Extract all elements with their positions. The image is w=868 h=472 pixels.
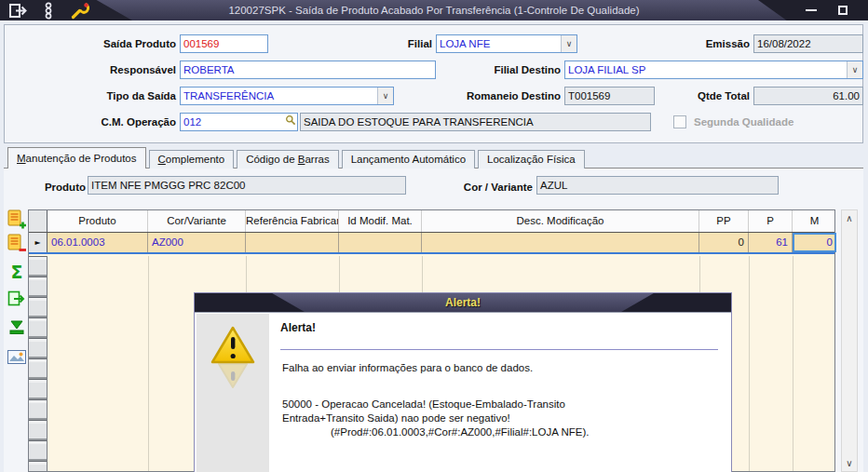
saida-produto-label: Saída Produto bbox=[42, 34, 176, 53]
saida-produto-field[interactable]: 001569 bbox=[180, 34, 268, 53]
alert-dialog: Alerta! bbox=[194, 292, 732, 472]
tab-label: anutenção de Produtos bbox=[26, 153, 137, 164]
maximize-icon bbox=[838, 6, 848, 15]
qtde-total-label: Qtde Total bbox=[657, 87, 750, 105]
qtde-total-field: 61.00 bbox=[753, 87, 863, 105]
responsavel-label: Responsável bbox=[42, 61, 176, 79]
scroll-down-button[interactable]: ∨ bbox=[842, 455, 857, 471]
current-row-marker-icon: ► bbox=[34, 238, 40, 247]
alert-message-area: Alerta! Falha ao enviar informações para… bbox=[280, 314, 724, 472]
export-grid-icon bbox=[6, 289, 28, 311]
cm-operacao-value: 012 bbox=[183, 116, 201, 128]
column-header-desc-modificacao: Desc. Modificação bbox=[422, 210, 699, 232]
tipo-da-saida-value: TRANSFERÊNCIA bbox=[183, 90, 274, 101]
chevron-down-icon[interactable]: ∨ bbox=[847, 61, 862, 78]
chevron-glyph: ∨ bbox=[852, 66, 859, 74]
tab-complemento[interactable]: Complemento bbox=[149, 150, 235, 169]
grid-vertical-scrollbar[interactable]: ∧ ∨ bbox=[841, 209, 858, 472]
traffic-light-icon[interactable] bbox=[35, 2, 61, 19]
sum-icon: Σ bbox=[11, 263, 23, 281]
filial-dropdown[interactable]: LOJA NFE ∨ bbox=[436, 34, 577, 53]
window-titlebar[interactable]: 120027SPK - Saída de Produto Acabado Por… bbox=[0, 0, 868, 20]
cell-desc-modificacao[interactable] bbox=[422, 233, 699, 252]
row-selector-cell[interactable]: ► bbox=[29, 233, 47, 252]
column-header-id-modif: Id Modif. Mat. bbox=[339, 210, 422, 232]
image-button[interactable] bbox=[5, 345, 29, 370]
cell-cor-variante[interactable]: AZ000 bbox=[148, 233, 246, 252]
tab-codigo-de-barras[interactable]: Código de Barras bbox=[237, 150, 339, 169]
column-header-produto: Produto bbox=[47, 210, 148, 232]
maximize-button[interactable] bbox=[829, 0, 857, 20]
tab-label-accesskey: C bbox=[158, 154, 166, 165]
tab-label: arras bbox=[305, 154, 329, 165]
move-down-button[interactable] bbox=[5, 316, 29, 340]
filial-destino-label: Filial Destino bbox=[427, 61, 561, 79]
column-header-referencia: Referência Fabricante bbox=[246, 210, 339, 232]
minimize-icon bbox=[806, 9, 817, 11]
produto-field: ITEM NFE PMGGG PRC 82C00 bbox=[88, 176, 406, 195]
wrench-icon[interactable] bbox=[67, 2, 93, 19]
chevron-down-icon[interactable]: ∨ bbox=[377, 88, 393, 104]
cell-p[interactable]: 61 bbox=[749, 233, 793, 252]
cell-referencia[interactable] bbox=[246, 233, 339, 252]
column-header-m: M bbox=[793, 210, 836, 232]
responsavel-field[interactable]: ROBERTA bbox=[180, 61, 436, 79]
tipo-da-saida-dropdown[interactable]: TRANSFERÊNCIA ∨ bbox=[180, 87, 394, 105]
cell-produto[interactable]: 06.01.0003 bbox=[47, 233, 148, 252]
alert-error-detail: 50000 - Operacao Cancelada! (Estoque-Emb… bbox=[282, 398, 589, 439]
scroll-up-button[interactable]: ∧ bbox=[842, 210, 857, 226]
alert-dialog-body: Alerta! Falha ao enviar informações para… bbox=[195, 314, 731, 472]
chevron-up-icon: ∧ bbox=[846, 214, 852, 223]
chevron-down-icon: ∨ bbox=[846, 459, 852, 468]
cor-variante-field: AZUL bbox=[536, 176, 779, 195]
warning-icon-reflection bbox=[210, 362, 256, 390]
alert-dialog-titlebar[interactable]: Alerta! bbox=[195, 293, 731, 313]
cm-operacao-field[interactable]: 012 bbox=[180, 113, 298, 131]
cm-operacao-label: C.M. Operação bbox=[42, 113, 176, 131]
add-row-button[interactable] bbox=[5, 208, 29, 232]
chevron-glyph: ∨ bbox=[566, 40, 573, 48]
alert-message-line: (#Prod#:06.01.0003,#Cor#:AZ000,#Filial#:… bbox=[282, 425, 589, 439]
tab-localizacao-fisica[interactable]: Localização Física bbox=[478, 150, 585, 169]
exit-icon[interactable] bbox=[6, 2, 32, 19]
segunda-qualidade-checkbox[interactable] bbox=[673, 115, 686, 128]
chevron-down-icon[interactable]: ∨ bbox=[561, 35, 576, 52]
romaneio-destino-field: T001569 bbox=[564, 87, 655, 105]
window-title: 120027SPK - Saída de Produto Acabado Por… bbox=[149, 0, 719, 20]
chevron-glyph: ∨ bbox=[383, 92, 389, 101]
grid-row[interactable]: ► 06.01.0003 AZ000 0 61 0 bbox=[29, 233, 834, 254]
tab-label: Localização Física bbox=[487, 154, 576, 165]
warning-icon bbox=[210, 325, 256, 366]
alert-message-line: 50000 - Operacao Cancelada! (Estoque-Emb… bbox=[282, 398, 589, 411]
sum-button[interactable]: Σ bbox=[5, 260, 29, 284]
grid-column-divider bbox=[148, 256, 149, 471]
arrow-down-icon bbox=[6, 317, 28, 339]
emissao-label: Emissão bbox=[647, 34, 750, 53]
cm-operacao-description-field: SAIDA DO ESTOQUE PARA TRANSFERENCIA bbox=[300, 113, 651, 131]
tab-label: Código de bbox=[246, 154, 298, 165]
grid-gutter-column bbox=[29, 256, 47, 471]
cell-pp[interactable]: 0 bbox=[699, 233, 749, 252]
tab-manutencao-de-produtos[interactable]: Manutenção de Produtos bbox=[7, 147, 146, 169]
alert-icon-panel bbox=[197, 314, 269, 472]
alert-message-line: Falha ao enviar informações para o banco… bbox=[282, 362, 533, 373]
romaneio-destino-label: Romaneio Destino bbox=[427, 87, 561, 105]
minimize-button[interactable] bbox=[797, 0, 825, 20]
magnifier-icon[interactable] bbox=[285, 114, 296, 130]
header-form-panel: Saída Produto 001569 Filial LOJA NFE ∨ E… bbox=[4, 24, 863, 143]
cell-m[interactable]: 0 bbox=[793, 233, 836, 252]
filial-destino-dropdown[interactable]: LOJA FILIAL SP ∨ bbox=[564, 61, 863, 79]
column-header-cor-variante: Cor/Variante bbox=[148, 210, 246, 232]
image-icon bbox=[6, 346, 28, 369]
export-grid-button[interactable] bbox=[5, 288, 29, 312]
app-window: 120027SPK - Saída de Produto Acabado Por… bbox=[0, 0, 868, 472]
grid-gutter-header bbox=[29, 210, 47, 232]
delete-row-button[interactable] bbox=[5, 232, 29, 256]
filial-value: LOJA NFE bbox=[440, 38, 490, 49]
tab-label: omplemento bbox=[166, 154, 224, 165]
cell-id-modif[interactable] bbox=[339, 233, 422, 252]
tab-lancamento-automatico[interactable]: Lançamento Automático bbox=[342, 150, 475, 169]
divider bbox=[280, 349, 718, 350]
column-header-p: P bbox=[749, 210, 793, 232]
grid-column-divider bbox=[793, 256, 793, 471]
